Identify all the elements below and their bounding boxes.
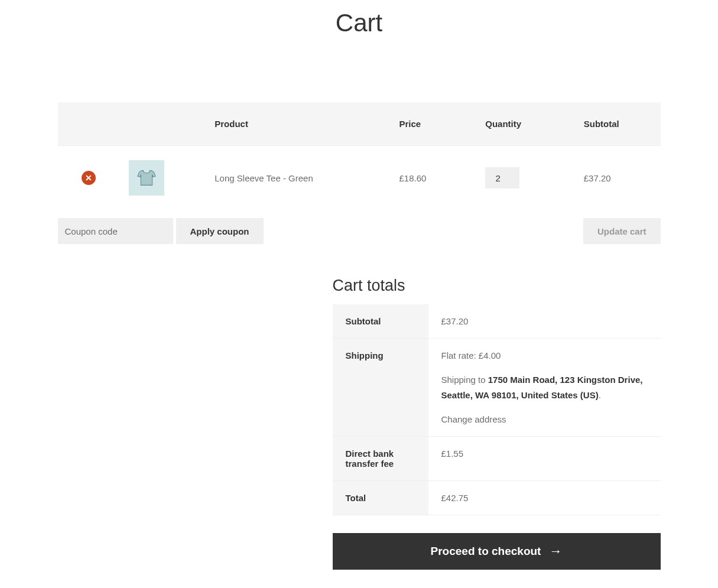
shipping-rate: Flat rate: £4.00 [441,350,648,360]
col-quantity-header: Quantity [476,102,574,146]
coupon-code-input[interactable] [58,218,173,244]
apply-coupon-button[interactable]: Apply coupon [176,218,264,244]
table-row: ✕ Long Sleeve Tee - Green £18.6 [58,146,661,210]
proceed-to-checkout-button[interactable]: Proceed to checkout → [333,533,661,570]
fee-label: Direct bank transfer fee [333,437,428,481]
cart-actions: Apply coupon Update cart [58,218,661,244]
shipping-period: . [599,390,601,400]
product-subtotal: £37.20 [574,146,661,210]
total-value: £42.75 [428,481,661,515]
update-cart-button[interactable]: Update cart [583,218,661,244]
subtotal-label: Subtotal [333,304,428,339]
total-label: Total [333,481,428,515]
col-subtotal-header: Subtotal [574,102,661,146]
remove-item-button[interactable]: ✕ [82,171,96,185]
cart-table: Product Price Quantity Subtotal ✕ [58,102,661,210]
change-address-link[interactable]: Change address [441,414,506,424]
coupon-row: Apply coupon [58,218,264,244]
col-remove-header [58,102,119,146]
totals-table: Subtotal £37.20 Shipping Flat rate: £4.0… [333,304,661,515]
fee-value: £1.55 [428,437,661,481]
product-thumbnail-link[interactable] [129,160,196,196]
cart-totals-heading: Cart totals [333,277,661,295]
product-price: £18.60 [390,146,476,210]
shipping-destination: Shipping to 1750 Main Road, 123 Kingston… [441,372,648,402]
subtotal-value: £37.20 [428,304,661,339]
col-price-header: Price [390,102,476,146]
arrow-right-icon: → [549,545,562,558]
tshirt-icon [134,165,160,191]
page-title: Cart [58,9,661,37]
col-product-header: Product [205,102,389,146]
checkout-button-label: Proceed to checkout [431,545,541,558]
quantity-input[interactable] [485,167,519,189]
close-icon: ✕ [85,173,92,183]
col-thumb-header [119,102,206,146]
shipping-to-prefix: Shipping to [441,375,488,385]
cart-totals: Cart totals Subtotal £37.20 Shipping Fla… [333,277,661,570]
shipping-label: Shipping [333,339,428,437]
product-name-link[interactable]: Long Sleeve Tee - Green [215,173,313,183]
product-thumbnail [129,160,164,196]
